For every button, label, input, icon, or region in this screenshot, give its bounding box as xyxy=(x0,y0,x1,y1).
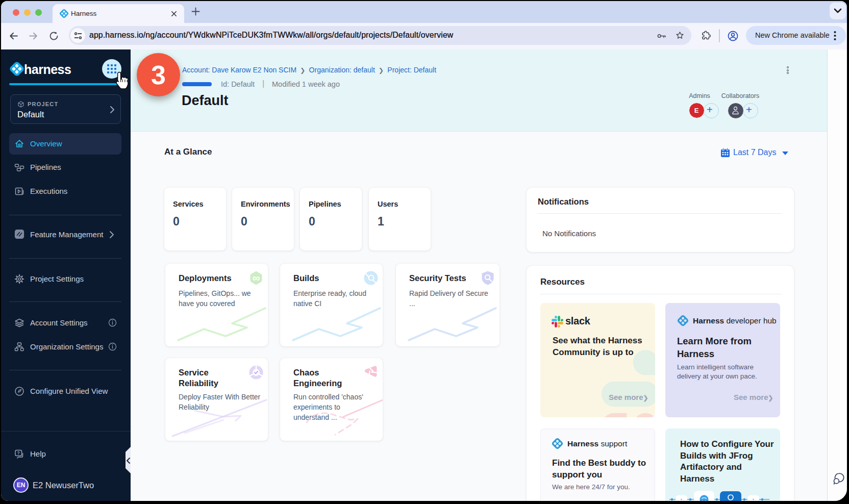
svg-text:∞: ∞ xyxy=(253,272,260,284)
svg-text:?: ? xyxy=(17,450,20,456)
